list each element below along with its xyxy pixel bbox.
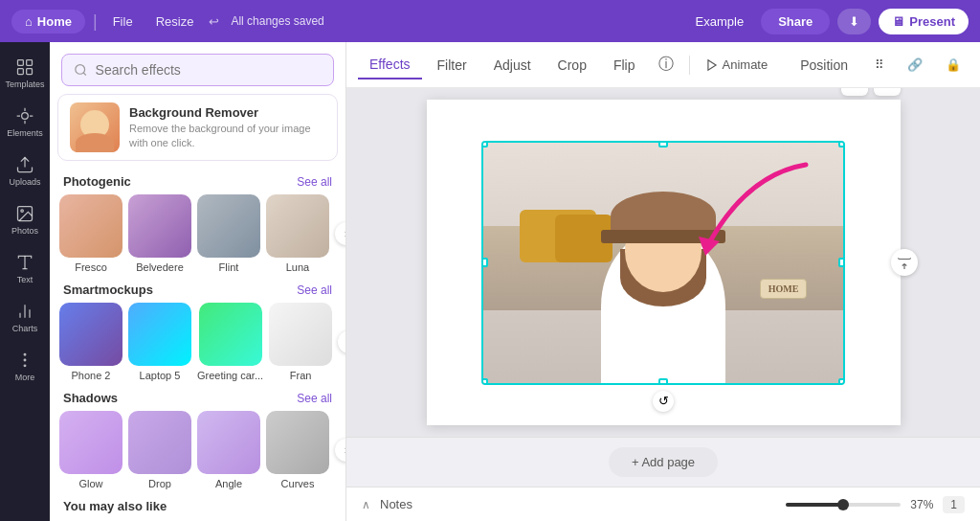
svg-rect-2 [18,69,24,75]
effect-angle[interactable]: Angle [197,411,260,489]
resize-handle-middle-left[interactable] [481,258,488,267]
tab-effects[interactable]: Effects [358,51,422,79]
grid-overlay-icon[interactable]: ⠿ [867,53,892,77]
effect-curves[interactable]: Curves [266,411,329,489]
svg-point-15 [24,365,26,367]
sidebar-item-text[interactable]: Text [3,245,47,292]
add-page-button[interactable]: + Add page [609,447,718,477]
effects-panel: Background Remover Remove the background… [50,42,346,521]
effect-flint[interactable]: Flint [197,194,260,273]
greeting-thumb [199,303,262,366]
shadows-next-arrow[interactable]: › [335,439,345,462]
resize-handle-bottom-right[interactable] [838,378,845,385]
smartmockups-next-arrow[interactable]: › [338,330,345,353]
sidebar-elements-label: Elements [7,128,43,138]
home-button[interactable]: ⌂ Home [11,10,85,34]
zoom-slider[interactable] [786,503,901,507]
lock-icon[interactable]: 🔒 [938,53,969,77]
copy-page-btn[interactable]: ⧉ [841,88,868,96]
canvas-image[interactable]: HOME [481,141,845,385]
effect-phone2[interactable]: Phone 2 [59,303,122,381]
shadows-see-all[interactable]: See all [297,392,332,405]
sidebar-item-elements[interactable]: Elements [3,99,47,146]
animate-button[interactable]: Animate [698,53,776,77]
info-icon[interactable]: ⓘ [651,50,681,79]
link-icon[interactable]: 🔗 [900,53,930,77]
present-button[interactable]: 🖥 Present [879,9,969,34]
effect-fresco[interactable]: Fresco [59,194,122,273]
luna-thumb [266,194,329,258]
smartmockups-section-header: Smartmockups See all [50,273,345,303]
svg-point-14 [24,359,26,361]
fran-thumb [269,303,332,366]
effect-drop[interactable]: Drop [128,411,191,489]
resize-handle-top-left[interactable] [481,141,488,147]
smartmockups-row: Phone 2 Laptop 5 Greeting car... Fran › [50,303,345,381]
file-menu[interactable]: File [105,11,141,33]
svg-point-7 [21,210,23,213]
bg-remover-thumbnail [70,102,120,152]
canvas-page[interactable]: HOME ↺ [427,100,901,425]
effect-fran[interactable]: Fran [269,303,332,381]
sidebar-text-label: Text [17,275,33,284]
sidebar-item-photos[interactable]: Photos [3,196,47,243]
canvas-area[interactable]: ⧉ + [346,88,980,437]
toolbar: Effects Filter Adjust Crop Flip ⓘ Animat… [346,42,980,88]
photogenic-title: Photogenic [63,174,131,189]
resize-handle-top-middle[interactable] [658,141,668,147]
undo-icon[interactable]: ↩ [209,14,219,29]
photo-content: HOME [483,143,843,383]
effect-laptop5[interactable]: Laptop 5 [128,303,191,381]
tab-adjust[interactable]: Adjust [482,52,543,79]
photogenic-row: Fresco Belvedere Flint Luna › [50,194,345,273]
smartmockups-see-all[interactable]: See all [297,283,332,297]
luna-label: Luna [286,261,309,273]
sidebar-item-charts[interactable]: Charts [3,294,47,341]
svg-point-13 [24,353,26,355]
sidebar-item-uploads[interactable]: Uploads [3,147,47,194]
shadows-row: Glow Drop Angle Curves › [50,411,345,489]
canvas-scroll-handle[interactable] [891,249,918,276]
rotate-handle[interactable]: ↺ [653,391,674,412]
add-page-corner-btn[interactable]: + [874,88,901,96]
resize-menu[interactable]: Resize [148,11,202,33]
sidebar-more-label: More [15,373,35,382]
example-label[interactable]: Example [686,10,754,34]
zoom-thumb[interactable] [837,499,849,510]
sidebar-uploads-label: Uploads [9,177,40,187]
bg-remover-info: Background Remover Remove the background… [129,105,325,149]
person [587,163,740,383]
laptop5-label: Laptop 5 [140,370,181,381]
effects-scroll[interactable]: Photogenic See all Fresco Belvedere Flin… [50,161,345,521]
svg-point-16 [76,65,85,75]
share-button[interactable]: Share [761,9,830,34]
resize-handle-top-right[interactable] [838,141,845,147]
effect-luna[interactable]: Luna [266,194,329,273]
download-button[interactable]: ⬇ [837,9,871,34]
effect-glow[interactable]: Glow [59,411,122,489]
resize-handle-bottom-left[interactable] [481,378,488,385]
tab-flip[interactable]: Flip [602,52,647,79]
photogenic-next-arrow[interactable]: › [335,222,345,245]
position-button[interactable]: Position [789,52,859,79]
tab-crop[interactable]: Crop [546,52,598,79]
tab-filter[interactable]: Filter [426,52,479,79]
search-input-wrap[interactable] [61,54,334,86]
sidebar-item-templates[interactable]: Templates [3,50,47,97]
glow-label: Glow [78,478,102,489]
saved-status: All changes saved [231,14,323,28]
svg-rect-1 [27,60,33,66]
photogenic-see-all[interactable]: See all [297,175,332,189]
effect-greeting[interactable]: Greeting car... [197,303,263,381]
toolbar-right-actions: Position ⠿ 🔗 🔒 [789,52,969,79]
search-input[interactable] [96,62,322,78]
notes-chevron-up[interactable]: ∧ [362,498,370,511]
background-remover-item[interactable]: Background Remover Remove the background… [57,94,338,161]
page-counter[interactable]: 1 [943,496,965,513]
resize-handle-middle-right[interactable] [838,258,845,267]
effect-belvedere[interactable]: Belvedere [128,194,191,273]
laptop5-thumb [128,303,191,366]
resize-handle-bottom-middle[interactable] [658,378,668,385]
angle-label: Angle [215,478,242,489]
sidebar-item-more[interactable]: More [3,343,47,390]
